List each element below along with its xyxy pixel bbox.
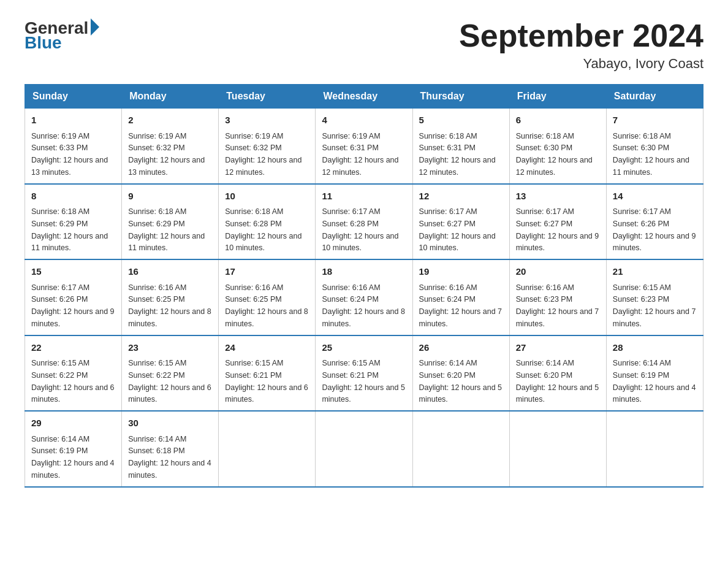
day-info: Sunrise: 6:18 AMSunset: 6:31 PMDaylight:… bbox=[419, 132, 496, 177]
day-info: Sunrise: 6:18 AMSunset: 6:28 PMDaylight:… bbox=[225, 207, 301, 252]
calendar-day-cell bbox=[412, 411, 509, 487]
day-number: 30 bbox=[128, 416, 212, 431]
logo-arrow-icon bbox=[91, 18, 99, 36]
weekday-header-sunday: Sunday bbox=[25, 85, 122, 109]
calendar-week-row: 29 Sunrise: 6:14 AMSunset: 6:19 PMDaylig… bbox=[25, 411, 703, 487]
calendar-day-cell: 21 Sunrise: 6:15 AMSunset: 6:23 PMDaylig… bbox=[606, 259, 703, 335]
day-info: Sunrise: 6:14 AMSunset: 6:19 PMDaylight:… bbox=[613, 359, 696, 404]
day-info: Sunrise: 6:14 AMSunset: 6:18 PMDaylight:… bbox=[128, 435, 211, 480]
calendar-day-cell bbox=[509, 411, 606, 487]
day-info: Sunrise: 6:17 AMSunset: 6:27 PMDaylight:… bbox=[419, 207, 496, 252]
logo-blue-text: Blue bbox=[25, 33, 62, 53]
calendar-day-cell: 15 Sunrise: 6:17 AMSunset: 6:26 PMDaylig… bbox=[25, 259, 122, 335]
calendar-day-cell: 30 Sunrise: 6:14 AMSunset: 6:18 PMDaylig… bbox=[122, 411, 219, 487]
calendar-body: 1 Sunrise: 6:19 AMSunset: 6:33 PMDayligh… bbox=[25, 109, 703, 487]
day-number: 25 bbox=[322, 341, 406, 355]
day-number: 13 bbox=[516, 190, 600, 204]
day-number: 11 bbox=[322, 190, 406, 204]
calendar-day-cell: 16 Sunrise: 6:16 AMSunset: 6:25 PMDaylig… bbox=[122, 259, 219, 335]
day-info: Sunrise: 6:19 AMSunset: 6:33 PMDaylight:… bbox=[31, 132, 108, 177]
day-info: Sunrise: 6:17 AMSunset: 6:26 PMDaylight:… bbox=[613, 207, 696, 252]
day-number: 3 bbox=[225, 113, 309, 128]
day-number: 7 bbox=[613, 113, 697, 128]
day-info: Sunrise: 6:17 AMSunset: 6:26 PMDaylight:… bbox=[31, 283, 115, 328]
calendar-day-cell: 1 Sunrise: 6:19 AMSunset: 6:33 PMDayligh… bbox=[25, 109, 122, 184]
day-info: Sunrise: 6:18 AMSunset: 6:29 PMDaylight:… bbox=[31, 207, 108, 252]
calendar-day-cell: 23 Sunrise: 6:15 AMSunset: 6:22 PMDaylig… bbox=[122, 335, 219, 412]
weekday-header-monday: Monday bbox=[122, 85, 219, 109]
day-number: 27 bbox=[516, 341, 600, 355]
calendar-day-cell: 3 Sunrise: 6:19 AMSunset: 6:32 PMDayligh… bbox=[219, 109, 316, 184]
day-number: 16 bbox=[128, 265, 212, 279]
calendar-day-cell bbox=[316, 411, 412, 487]
title-section: September 2024 Yabayo, Ivory Coast bbox=[459, 18, 703, 72]
day-info: Sunrise: 6:15 AMSunset: 6:23 PMDaylight:… bbox=[613, 283, 696, 328]
day-info: Sunrise: 6:14 AMSunset: 6:20 PMDaylight:… bbox=[516, 359, 599, 404]
day-info: Sunrise: 6:15 AMSunset: 6:22 PMDaylight:… bbox=[128, 359, 211, 404]
calendar-day-cell: 8 Sunrise: 6:18 AMSunset: 6:29 PMDayligh… bbox=[25, 184, 122, 260]
calendar-header: SundayMondayTuesdayWednesdayThursdayFrid… bbox=[25, 85, 703, 109]
day-info: Sunrise: 6:18 AMSunset: 6:30 PMDaylight:… bbox=[516, 132, 593, 177]
day-info: Sunrise: 6:15 AMSunset: 6:22 PMDaylight:… bbox=[31, 359, 115, 404]
day-number: 15 bbox=[31, 265, 115, 279]
weekday-header-wednesday: Wednesday bbox=[316, 85, 412, 109]
day-number: 14 bbox=[613, 190, 697, 204]
day-number: 6 bbox=[516, 113, 600, 128]
calendar-title: September 2024 bbox=[459, 18, 703, 53]
day-info: Sunrise: 6:18 AMSunset: 6:30 PMDaylight:… bbox=[613, 132, 689, 177]
day-number: 21 bbox=[613, 265, 697, 279]
calendar-day-cell: 24 Sunrise: 6:15 AMSunset: 6:21 PMDaylig… bbox=[219, 335, 316, 412]
logo: General Blue bbox=[25, 18, 99, 53]
day-number: 8 bbox=[31, 190, 115, 204]
weekday-header-saturday: Saturday bbox=[606, 85, 703, 109]
calendar-day-cell: 2 Sunrise: 6:19 AMSunset: 6:32 PMDayligh… bbox=[122, 109, 219, 184]
calendar-day-cell bbox=[606, 411, 703, 487]
calendar-week-row: 8 Sunrise: 6:18 AMSunset: 6:29 PMDayligh… bbox=[25, 184, 703, 260]
day-info: Sunrise: 6:18 AMSunset: 6:29 PMDaylight:… bbox=[128, 207, 205, 252]
weekday-header-friday: Friday bbox=[509, 85, 606, 109]
calendar-day-cell: 22 Sunrise: 6:15 AMSunset: 6:22 PMDaylig… bbox=[25, 335, 122, 412]
calendar-day-cell: 14 Sunrise: 6:17 AMSunset: 6:26 PMDaylig… bbox=[606, 184, 703, 260]
weekday-header-tuesday: Tuesday bbox=[219, 85, 316, 109]
day-number: 24 bbox=[225, 341, 309, 355]
day-number: 20 bbox=[516, 265, 600, 279]
calendar-day-cell: 12 Sunrise: 6:17 AMSunset: 6:27 PMDaylig… bbox=[412, 184, 509, 260]
day-number: 22 bbox=[31, 341, 115, 355]
day-number: 4 bbox=[322, 113, 406, 128]
day-info: Sunrise: 6:19 AMSunset: 6:31 PMDaylight:… bbox=[322, 132, 398, 177]
day-number: 28 bbox=[613, 341, 697, 355]
calendar-day-cell: 7 Sunrise: 6:18 AMSunset: 6:30 PMDayligh… bbox=[606, 109, 703, 184]
day-info: Sunrise: 6:17 AMSunset: 6:28 PMDaylight:… bbox=[322, 207, 398, 252]
page-header: General Blue September 2024 Yabayo, Ivor… bbox=[25, 18, 703, 72]
day-number: 17 bbox=[225, 265, 309, 279]
calendar-day-cell bbox=[219, 411, 316, 487]
calendar-day-cell: 10 Sunrise: 6:18 AMSunset: 6:28 PMDaylig… bbox=[219, 184, 316, 260]
day-info: Sunrise: 6:16 AMSunset: 6:24 PMDaylight:… bbox=[419, 283, 502, 328]
calendar-day-cell: 13 Sunrise: 6:17 AMSunset: 6:27 PMDaylig… bbox=[509, 184, 606, 260]
day-number: 23 bbox=[128, 341, 212, 355]
day-info: Sunrise: 6:16 AMSunset: 6:23 PMDaylight:… bbox=[516, 283, 599, 328]
day-info: Sunrise: 6:14 AMSunset: 6:19 PMDaylight:… bbox=[31, 435, 115, 480]
calendar-week-row: 1 Sunrise: 6:19 AMSunset: 6:33 PMDayligh… bbox=[25, 109, 703, 184]
calendar-day-cell: 18 Sunrise: 6:16 AMSunset: 6:24 PMDaylig… bbox=[316, 259, 412, 335]
day-number: 12 bbox=[419, 190, 503, 204]
calendar-day-cell: 25 Sunrise: 6:15 AMSunset: 6:21 PMDaylig… bbox=[316, 335, 412, 412]
day-info: Sunrise: 6:16 AMSunset: 6:25 PMDaylight:… bbox=[128, 283, 211, 328]
day-number: 2 bbox=[128, 113, 212, 128]
calendar-day-cell: 29 Sunrise: 6:14 AMSunset: 6:19 PMDaylig… bbox=[25, 411, 122, 487]
calendar-week-row: 22 Sunrise: 6:15 AMSunset: 6:22 PMDaylig… bbox=[25, 335, 703, 412]
day-info: Sunrise: 6:17 AMSunset: 6:27 PMDaylight:… bbox=[516, 207, 599, 252]
calendar-day-cell: 6 Sunrise: 6:18 AMSunset: 6:30 PMDayligh… bbox=[509, 109, 606, 184]
day-info: Sunrise: 6:19 AMSunset: 6:32 PMDaylight:… bbox=[128, 132, 205, 177]
day-number: 5 bbox=[419, 113, 503, 128]
day-info: Sunrise: 6:14 AMSunset: 6:20 PMDaylight:… bbox=[419, 359, 502, 404]
day-info: Sunrise: 6:15 AMSunset: 6:21 PMDaylight:… bbox=[322, 359, 405, 404]
day-number: 26 bbox=[419, 341, 503, 355]
calendar-day-cell: 20 Sunrise: 6:16 AMSunset: 6:23 PMDaylig… bbox=[509, 259, 606, 335]
calendar-week-row: 15 Sunrise: 6:17 AMSunset: 6:26 PMDaylig… bbox=[25, 259, 703, 335]
day-number: 18 bbox=[322, 265, 406, 279]
day-info: Sunrise: 6:15 AMSunset: 6:21 PMDaylight:… bbox=[225, 359, 308, 404]
calendar-table: SundayMondayTuesdayWednesdayThursdayFrid… bbox=[25, 84, 703, 488]
calendar-day-cell: 17 Sunrise: 6:16 AMSunset: 6:25 PMDaylig… bbox=[219, 259, 316, 335]
calendar-subtitle: Yabayo, Ivory Coast bbox=[459, 56, 703, 72]
